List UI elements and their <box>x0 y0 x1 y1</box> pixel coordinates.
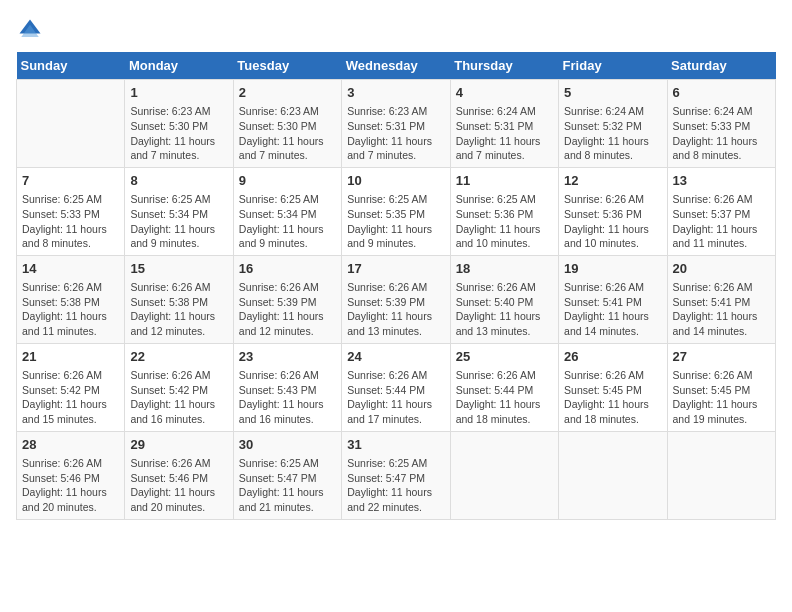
calendar-table: SundayMondayTuesdayWednesdayThursdayFrid… <box>16 52 776 520</box>
day-number: 27 <box>673 348 770 366</box>
calendar-cell: 25Sunrise: 6:26 AM Sunset: 5:44 PM Dayli… <box>450 343 558 431</box>
calendar-cell: 10Sunrise: 6:25 AM Sunset: 5:35 PM Dayli… <box>342 167 450 255</box>
calendar-cell: 6Sunrise: 6:24 AM Sunset: 5:33 PM Daylig… <box>667 80 775 168</box>
day-info: Sunrise: 6:24 AM Sunset: 5:32 PM Dayligh… <box>564 104 661 163</box>
day-number: 25 <box>456 348 553 366</box>
day-info: Sunrise: 6:23 AM Sunset: 5:30 PM Dayligh… <box>239 104 336 163</box>
day-info: Sunrise: 6:26 AM Sunset: 5:44 PM Dayligh… <box>456 368 553 427</box>
day-number: 11 <box>456 172 553 190</box>
day-info: Sunrise: 6:26 AM Sunset: 5:41 PM Dayligh… <box>564 280 661 339</box>
day-number: 17 <box>347 260 444 278</box>
day-number: 9 <box>239 172 336 190</box>
logo-icon <box>16 16 44 44</box>
day-info: Sunrise: 6:23 AM Sunset: 5:31 PM Dayligh… <box>347 104 444 163</box>
day-number: 14 <box>22 260 119 278</box>
calendar-cell <box>17 80 125 168</box>
day-number: 22 <box>130 348 227 366</box>
day-info: Sunrise: 6:26 AM Sunset: 5:43 PM Dayligh… <box>239 368 336 427</box>
day-number: 13 <box>673 172 770 190</box>
day-number: 24 <box>347 348 444 366</box>
day-number: 29 <box>130 436 227 454</box>
day-number: 3 <box>347 84 444 102</box>
calendar-cell: 13Sunrise: 6:26 AM Sunset: 5:37 PM Dayli… <box>667 167 775 255</box>
calendar-cell: 4Sunrise: 6:24 AM Sunset: 5:31 PM Daylig… <box>450 80 558 168</box>
calendar-week-row: 14Sunrise: 6:26 AM Sunset: 5:38 PM Dayli… <box>17 255 776 343</box>
day-number: 19 <box>564 260 661 278</box>
calendar-cell: 20Sunrise: 6:26 AM Sunset: 5:41 PM Dayli… <box>667 255 775 343</box>
calendar-cell <box>559 431 667 519</box>
calendar-cell: 30Sunrise: 6:25 AM Sunset: 5:47 PM Dayli… <box>233 431 341 519</box>
calendar-cell: 17Sunrise: 6:26 AM Sunset: 5:39 PM Dayli… <box>342 255 450 343</box>
day-number: 21 <box>22 348 119 366</box>
calendar-cell: 23Sunrise: 6:26 AM Sunset: 5:43 PM Dayli… <box>233 343 341 431</box>
day-info: Sunrise: 6:25 AM Sunset: 5:35 PM Dayligh… <box>347 192 444 251</box>
calendar-cell <box>667 431 775 519</box>
day-info: Sunrise: 6:25 AM Sunset: 5:47 PM Dayligh… <box>239 456 336 515</box>
day-info: Sunrise: 6:26 AM Sunset: 5:38 PM Dayligh… <box>22 280 119 339</box>
day-info: Sunrise: 6:26 AM Sunset: 5:39 PM Dayligh… <box>239 280 336 339</box>
logo <box>16 16 48 44</box>
calendar-cell: 31Sunrise: 6:25 AM Sunset: 5:47 PM Dayli… <box>342 431 450 519</box>
day-info: Sunrise: 6:26 AM Sunset: 5:37 PM Dayligh… <box>673 192 770 251</box>
day-info: Sunrise: 6:25 AM Sunset: 5:33 PM Dayligh… <box>22 192 119 251</box>
day-number: 18 <box>456 260 553 278</box>
day-info: Sunrise: 6:26 AM Sunset: 5:45 PM Dayligh… <box>564 368 661 427</box>
day-number: 10 <box>347 172 444 190</box>
day-number: 2 <box>239 84 336 102</box>
day-number: 1 <box>130 84 227 102</box>
day-number: 6 <box>673 84 770 102</box>
day-info: Sunrise: 6:26 AM Sunset: 5:46 PM Dayligh… <box>130 456 227 515</box>
weekday-header-cell: Saturday <box>667 52 775 80</box>
day-info: Sunrise: 6:26 AM Sunset: 5:39 PM Dayligh… <box>347 280 444 339</box>
calendar-cell <box>450 431 558 519</box>
calendar-cell: 1Sunrise: 6:23 AM Sunset: 5:30 PM Daylig… <box>125 80 233 168</box>
day-info: Sunrise: 6:26 AM Sunset: 5:46 PM Dayligh… <box>22 456 119 515</box>
day-number: 23 <box>239 348 336 366</box>
day-number: 30 <box>239 436 336 454</box>
page-header <box>16 16 776 44</box>
calendar-cell: 3Sunrise: 6:23 AM Sunset: 5:31 PM Daylig… <box>342 80 450 168</box>
calendar-cell: 14Sunrise: 6:26 AM Sunset: 5:38 PM Dayli… <box>17 255 125 343</box>
calendar-cell: 29Sunrise: 6:26 AM Sunset: 5:46 PM Dayli… <box>125 431 233 519</box>
day-info: Sunrise: 6:25 AM Sunset: 5:47 PM Dayligh… <box>347 456 444 515</box>
calendar-cell: 24Sunrise: 6:26 AM Sunset: 5:44 PM Dayli… <box>342 343 450 431</box>
day-info: Sunrise: 6:26 AM Sunset: 5:36 PM Dayligh… <box>564 192 661 251</box>
day-info: Sunrise: 6:24 AM Sunset: 5:33 PM Dayligh… <box>673 104 770 163</box>
day-number: 12 <box>564 172 661 190</box>
calendar-cell: 11Sunrise: 6:25 AM Sunset: 5:36 PM Dayli… <box>450 167 558 255</box>
day-number: 20 <box>673 260 770 278</box>
day-info: Sunrise: 6:26 AM Sunset: 5:44 PM Dayligh… <box>347 368 444 427</box>
weekday-header-cell: Thursday <box>450 52 558 80</box>
calendar-cell: 18Sunrise: 6:26 AM Sunset: 5:40 PM Dayli… <box>450 255 558 343</box>
weekday-header-row: SundayMondayTuesdayWednesdayThursdayFrid… <box>17 52 776 80</box>
calendar-cell: 21Sunrise: 6:26 AM Sunset: 5:42 PM Dayli… <box>17 343 125 431</box>
calendar-cell: 5Sunrise: 6:24 AM Sunset: 5:32 PM Daylig… <box>559 80 667 168</box>
day-info: Sunrise: 6:26 AM Sunset: 5:42 PM Dayligh… <box>22 368 119 427</box>
calendar-cell: 2Sunrise: 6:23 AM Sunset: 5:30 PM Daylig… <box>233 80 341 168</box>
calendar-cell: 8Sunrise: 6:25 AM Sunset: 5:34 PM Daylig… <box>125 167 233 255</box>
weekday-header-cell: Monday <box>125 52 233 80</box>
calendar-body: 1Sunrise: 6:23 AM Sunset: 5:30 PM Daylig… <box>17 80 776 520</box>
calendar-cell: 27Sunrise: 6:26 AM Sunset: 5:45 PM Dayli… <box>667 343 775 431</box>
weekday-header-cell: Friday <box>559 52 667 80</box>
day-number: 8 <box>130 172 227 190</box>
calendar-cell: 7Sunrise: 6:25 AM Sunset: 5:33 PM Daylig… <box>17 167 125 255</box>
calendar-cell: 19Sunrise: 6:26 AM Sunset: 5:41 PM Dayli… <box>559 255 667 343</box>
day-info: Sunrise: 6:25 AM Sunset: 5:34 PM Dayligh… <box>239 192 336 251</box>
day-number: 4 <box>456 84 553 102</box>
day-number: 31 <box>347 436 444 454</box>
calendar-cell: 26Sunrise: 6:26 AM Sunset: 5:45 PM Dayli… <box>559 343 667 431</box>
calendar-cell: 22Sunrise: 6:26 AM Sunset: 5:42 PM Dayli… <box>125 343 233 431</box>
calendar-week-row: 28Sunrise: 6:26 AM Sunset: 5:46 PM Dayli… <box>17 431 776 519</box>
calendar-week-row: 21Sunrise: 6:26 AM Sunset: 5:42 PM Dayli… <box>17 343 776 431</box>
weekday-header-cell: Sunday <box>17 52 125 80</box>
day-info: Sunrise: 6:24 AM Sunset: 5:31 PM Dayligh… <box>456 104 553 163</box>
weekday-header-cell: Tuesday <box>233 52 341 80</box>
calendar-week-row: 1Sunrise: 6:23 AM Sunset: 5:30 PM Daylig… <box>17 80 776 168</box>
day-number: 15 <box>130 260 227 278</box>
day-info: Sunrise: 6:26 AM Sunset: 5:40 PM Dayligh… <box>456 280 553 339</box>
day-number: 16 <box>239 260 336 278</box>
weekday-header-cell: Wednesday <box>342 52 450 80</box>
calendar-cell: 15Sunrise: 6:26 AM Sunset: 5:38 PM Dayli… <box>125 255 233 343</box>
day-number: 5 <box>564 84 661 102</box>
